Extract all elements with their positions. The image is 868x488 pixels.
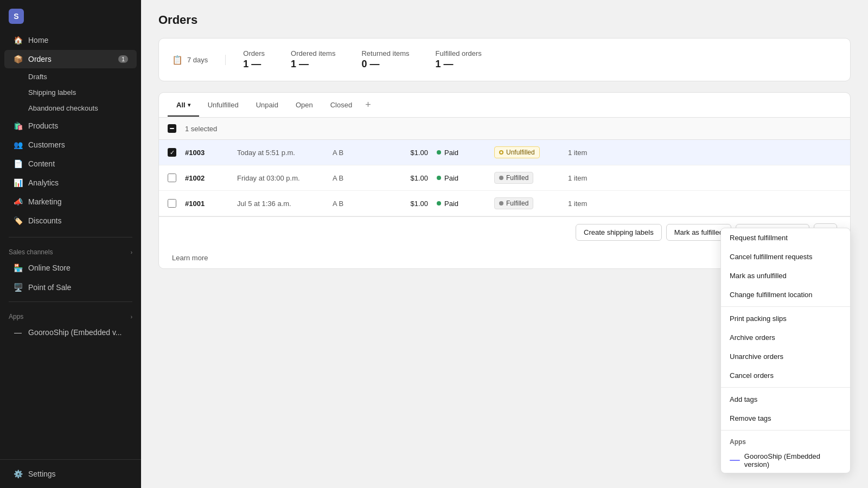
- sidebar-divider-1: [9, 237, 132, 237]
- goorooship-app-icon: [730, 460, 740, 461]
- dropdown-cancel-fulfillment-requests[interactable]: Cancel fulfillment requests: [721, 247, 850, 266]
- dropdown-menu: Request fulfillment Cancel fulfillment r…: [720, 228, 851, 473]
- order-id-1002: #1002: [185, 174, 228, 182]
- drafts-label: Drafts: [28, 73, 47, 81]
- select-all-checkbox[interactable]: [168, 124, 176, 133]
- online-store-label: Online Store: [28, 264, 71, 272]
- stats-orders: Orders 1 —: [243, 49, 291, 70]
- tab-unfulfilled[interactable]: Unfulfilled: [199, 94, 247, 117]
- store-icon: S: [9, 9, 24, 24]
- settings-label: Settings: [28, 470, 56, 478]
- payment-dot-1001: [437, 201, 441, 206]
- order-items-1002: 1 item: [568, 174, 841, 182]
- stats-ordered-items-label: Ordered items: [291, 49, 335, 57]
- orders-tabs: All ▾ Unfulfilled Unpaid Open Closed +: [159, 93, 850, 118]
- payment-label-1003: Paid: [444, 149, 458, 157]
- sidebar-item-discounts-label: Discounts: [28, 216, 61, 225]
- dropdown-mark-as-unfulfilled[interactable]: Mark as unfulfilled: [721, 266, 850, 285]
- tab-all[interactable]: All ▾: [168, 94, 199, 117]
- sidebar-item-analytics[interactable]: 📊 Analytics: [4, 174, 137, 192]
- sidebar-item-orders[interactable]: 📦 Orders 1: [4, 50, 137, 68]
- dropdown-change-fulfillment-location[interactable]: Change fulfillment location: [721, 285, 850, 304]
- online-store-icon: 🏪: [13, 263, 23, 273]
- order-items-1001: 1 item: [568, 200, 841, 208]
- order-amount-1003: $1.00: [385, 149, 428, 157]
- sidebar-item-customers[interactable]: 👥 Customers: [4, 136, 137, 154]
- sidebar-item-drafts[interactable]: Drafts: [4, 69, 137, 84]
- order-payment-1002: Paid: [437, 174, 486, 182]
- tab-unpaid[interactable]: Unpaid: [247, 94, 287, 117]
- create-shipping-labels-button[interactable]: Create shipping labels: [576, 224, 662, 241]
- dropdown-cancel-orders[interactable]: Cancel orders: [721, 366, 850, 385]
- order-row-1002[interactable]: #1002 Friday at 03:00 p.m. A B $1.00 Pai…: [159, 165, 850, 191]
- customers-icon: 👥: [13, 140, 23, 150]
- shipping-labels-label: Shipping labels: [28, 88, 76, 97]
- order-row-1001[interactable]: #1001 Jul 5 at 1:36 a.m. A B $1.00 Paid …: [159, 191, 850, 216]
- abandoned-checkouts-label: Abandoned checkouts: [28, 104, 98, 112]
- payment-label-1002: Paid: [444, 174, 458, 182]
- orders-table: ✓ #1003 Today at 5:51 p.m. A B $1.00 Pai…: [159, 140, 850, 216]
- sidebar-item-goorooship[interactable]: — GoorooShip (Embedded v...: [4, 323, 137, 342]
- sidebar-item-home[interactable]: 🏠 Home: [4, 31, 137, 49]
- sidebar-item-shipping-labels[interactable]: Shipping labels: [4, 85, 137, 100]
- fulfilled-badge-1001: Fulfilled: [494, 197, 533, 209]
- fulfilled-dot-1001: [499, 201, 503, 206]
- sidebar-item-online-store[interactable]: 🏪 Online Store: [4, 259, 137, 277]
- order-checkbox-1001[interactable]: [168, 199, 176, 208]
- sidebar-item-abandoned-checkouts[interactable]: Abandoned checkouts: [4, 101, 137, 115]
- sidebar-item-orders-label: Orders: [28, 55, 52, 63]
- order-checkbox-1002[interactable]: [168, 174, 176, 182]
- order-customer-1003: A B: [333, 149, 376, 157]
- dropdown-print-packing-slips[interactable]: Print packing slips: [721, 309, 850, 328]
- dropdown-unarchive-orders[interactable]: Unarchive orders: [721, 347, 850, 366]
- table-header-row: 1 selected: [159, 118, 850, 140]
- dropdown-add-tags[interactable]: Add tags: [721, 390, 850, 409]
- order-items-1003: 1 item: [568, 149, 841, 157]
- sidebar-item-products-label: Products: [28, 121, 58, 130]
- calendar-icon: 📋: [172, 55, 183, 65]
- sidebar-item-point-of-sale[interactable]: 🖥️ Point of Sale: [4, 278, 137, 297]
- stats-returned-items: Returned items 0 —: [361, 49, 435, 70]
- sidebar-item-products[interactable]: 🛍️ Products: [4, 117, 137, 135]
- tab-add-button[interactable]: +: [361, 93, 375, 117]
- main-nav: 🏠 Home 📦 Orders 1 Drafts Shipping labels…: [0, 28, 141, 233]
- stats-fulfilled-orders-label: Fulfilled orders: [436, 49, 482, 57]
- stats-fulfilled-orders: Fulfilled orders 1 —: [436, 49, 508, 70]
- sales-channels-chevron: ›: [131, 249, 132, 255]
- stats-orders-value: 1 —: [243, 59, 261, 70]
- sidebar-item-customers-label: Customers: [28, 140, 65, 149]
- goorooship-icon: —: [13, 328, 23, 337]
- dropdown-archive-orders[interactable]: Archive orders: [721, 328, 850, 347]
- order-date-1002: Friday at 03:00 p.m.: [237, 174, 324, 182]
- sidebar-item-home-label: Home: [28, 36, 48, 44]
- sidebar-item-content[interactable]: 📄 Content: [4, 155, 137, 173]
- dropdown-remove-tags[interactable]: Remove tags: [721, 409, 850, 428]
- order-payment-1001: Paid: [437, 200, 486, 208]
- goorooship-label: GoorooShip (Embedded v...: [28, 328, 122, 337]
- tab-closed[interactable]: Closed: [322, 94, 361, 117]
- dropdown-goorooship-app[interactable]: GoorooShip (Embedded version): [721, 448, 850, 473]
- order-fulfillment-1002: Fulfilled: [494, 172, 559, 184]
- sidebar-item-marketing-label: Marketing: [28, 197, 61, 206]
- store-logo: S: [0, 0, 141, 28]
- period-label: 7 days: [187, 56, 208, 64]
- payment-dot-1002: [437, 176, 441, 180]
- order-fulfillment-1001: Fulfilled: [494, 197, 559, 209]
- goorooship-app-label: GoorooShip (Embedded version): [744, 452, 841, 468]
- unfulfilled-badge-1003: Unfulfilled: [494, 146, 540, 158]
- apps-section: Apps ›: [0, 306, 141, 323]
- discounts-icon: 🏷️: [13, 216, 23, 226]
- sidebar-item-discounts[interactable]: 🏷️ Discounts: [4, 211, 137, 230]
- order-customer-1001: A B: [333, 200, 376, 208]
- sidebar-bottom: ⚙️ Settings: [0, 459, 141, 488]
- order-row-1003[interactable]: ✓ #1003 Today at 5:51 p.m. A B $1.00 Pai…: [159, 140, 850, 165]
- dropdown-request-fulfillment[interactable]: Request fulfillment: [721, 228, 850, 247]
- main-content: Orders 📋 7 days Orders 1 — Ordered items…: [141, 0, 868, 488]
- payment-dot-1003: [437, 150, 441, 155]
- sidebar-item-marketing[interactable]: 📣 Marketing: [4, 192, 137, 211]
- marketing-icon: 📣: [13, 197, 23, 207]
- sidebar-item-settings[interactable]: ⚙️ Settings: [4, 465, 137, 483]
- order-checkbox-1003[interactable]: ✓: [168, 148, 176, 157]
- tab-open[interactable]: Open: [287, 94, 322, 117]
- order-date-1001: Jul 5 at 1:36 a.m.: [237, 200, 324, 208]
